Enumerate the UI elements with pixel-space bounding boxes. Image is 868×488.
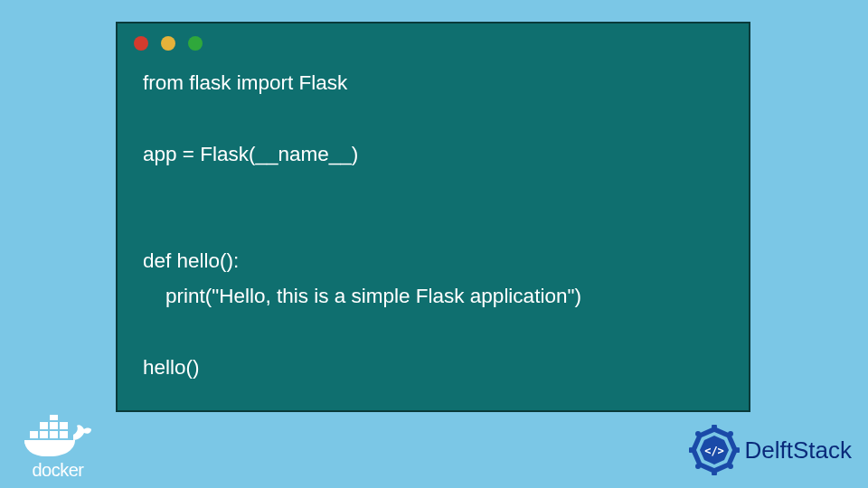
svg-point-13 xyxy=(729,432,732,436)
svg-rect-3 xyxy=(60,431,68,438)
svg-rect-1 xyxy=(40,431,48,438)
svg-rect-4 xyxy=(40,422,48,429)
svg-point-19 xyxy=(696,432,700,436)
close-icon xyxy=(134,36,148,51)
svg-point-18 xyxy=(689,448,693,452)
delftstack-logo: </> DelftStack xyxy=(689,425,853,475)
delftstack-label: DelftStack xyxy=(745,436,853,465)
svg-point-12 xyxy=(712,425,716,428)
svg-rect-7 xyxy=(50,415,58,420)
docker-whale-icon xyxy=(23,415,93,458)
code-window: from flask import Flask app = Flask(__na… xyxy=(116,22,750,412)
svg-point-17 xyxy=(696,465,700,468)
maximize-icon xyxy=(188,36,203,51)
svg-rect-5 xyxy=(50,422,58,429)
svg-point-14 xyxy=(736,448,740,452)
code-content: from flask import Flask app = Flask(__na… xyxy=(118,56,749,403)
docker-label: docker xyxy=(13,460,103,481)
svg-rect-0 xyxy=(30,431,38,438)
minimize-icon xyxy=(161,36,175,51)
delftstack-badge-icon: </> xyxy=(689,425,740,475)
svg-rect-6 xyxy=(60,422,68,429)
svg-rect-2 xyxy=(50,431,58,438)
svg-point-15 xyxy=(729,465,732,468)
docker-logo: docker xyxy=(13,415,103,481)
svg-text:</>: </> xyxy=(704,445,724,457)
window-traffic-lights xyxy=(118,23,749,56)
svg-point-16 xyxy=(712,472,716,475)
